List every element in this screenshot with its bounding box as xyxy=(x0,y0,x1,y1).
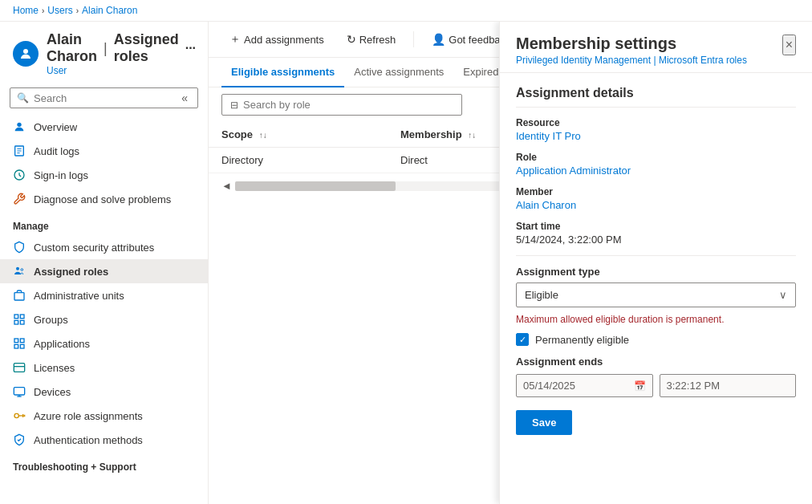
date-picker[interactable]: 05/14/2025 📅 xyxy=(516,374,653,397)
table-search-box[interactable]: ⊟ xyxy=(221,94,462,116)
col-scope[interactable]: Scope ↑↓ xyxy=(209,122,388,148)
sidebar-item-applications[interactable]: Applications xyxy=(0,331,208,356)
plus-icon: ＋ xyxy=(229,32,241,47)
panel-divider xyxy=(516,255,796,256)
save-button[interactable]: Save xyxy=(516,410,572,435)
wrench-icon xyxy=(13,193,26,205)
manage-section-label: Manage xyxy=(0,211,208,235)
key-icon xyxy=(13,409,26,422)
svg-rect-15 xyxy=(14,339,18,343)
sidebar-item-licenses[interactable]: Licenses xyxy=(0,356,208,380)
shield-icon xyxy=(13,241,26,254)
sidebar-item-label: Applications xyxy=(34,338,90,350)
sidebar-item-overview[interactable]: Overview xyxy=(0,115,208,139)
breadcrumb-current[interactable]: Alain Charon xyxy=(82,5,137,16)
toolbar-divider xyxy=(413,31,414,47)
sidebar-item-admin-units[interactable]: Administrative units xyxy=(0,283,208,307)
sort-icon: ↑↓ xyxy=(259,131,267,140)
panel-subtitle: Privileged Identity Management | Microso… xyxy=(516,55,782,66)
sidebar-item-label: Sign-in logs xyxy=(34,169,88,181)
sort-icon: ↑↓ xyxy=(468,131,476,140)
sidebar-item-label: Administrative units xyxy=(34,290,124,302)
sidebar-item-label: Assigned roles xyxy=(34,266,108,278)
sidebar-item-custom-security[interactable]: Custom security attributes xyxy=(0,235,208,259)
role-value: Application Administrator xyxy=(516,165,796,177)
assignment-type-select[interactable]: Eligible ∨ xyxy=(516,282,796,307)
membership-panel: Membership settings Privileged Identity … xyxy=(499,22,812,504)
search-input[interactable] xyxy=(34,92,173,104)
sidebar-item-assigned-roles[interactable]: Assigned roles xyxy=(0,259,208,283)
avatar xyxy=(13,41,39,67)
check-icon: ✓ xyxy=(519,335,526,345)
search-box[interactable]: 🔍 « xyxy=(10,87,198,108)
signin-icon xyxy=(13,169,26,181)
devices-icon xyxy=(13,385,26,398)
sidebar-item-azure-roles[interactable]: Azure role assignments xyxy=(0,404,208,428)
sidebar-item-label: Audit logs xyxy=(34,145,79,157)
sidebar-item-diagnose[interactable]: Diagnose and solve problems xyxy=(0,187,208,211)
svg-rect-9 xyxy=(14,293,24,300)
grid-icon xyxy=(13,313,26,326)
date-row: 05/14/2025 📅 3:22:12 PM xyxy=(516,374,796,397)
date-value: 05/14/2025 xyxy=(523,380,575,392)
collapse-button[interactable]: « xyxy=(178,91,191,104)
svg-rect-18 xyxy=(20,344,24,348)
time-value: 3:22:12 PM xyxy=(667,380,721,392)
building-icon xyxy=(13,289,26,302)
sidebar-item-audit-logs[interactable]: Audit logs xyxy=(0,139,208,163)
svg-point-7 xyxy=(16,267,19,270)
auth-icon xyxy=(13,433,26,446)
scroll-left-arrow[interactable]: ◄ xyxy=(221,180,232,192)
permanently-eligible-row: ✓ Permanently eligible xyxy=(516,333,796,346)
svg-rect-14 xyxy=(20,320,24,324)
panel-close-button[interactable]: × xyxy=(782,35,796,55)
panel-section-title: Assignment details xyxy=(516,86,796,108)
role-search-input[interactable] xyxy=(243,99,388,111)
search-icon: 🔍 xyxy=(17,92,29,104)
add-assignments-button[interactable]: ＋ Add assignments xyxy=(221,28,332,51)
tab-eligible[interactable]: Eligible assignments xyxy=(221,58,344,87)
license-icon xyxy=(13,361,26,374)
detail-role: Role Application Administrator xyxy=(516,152,796,177)
panel-body: Assignment details Resource Identity IT … xyxy=(500,73,812,504)
apps-icon xyxy=(13,337,26,350)
svg-rect-19 xyxy=(14,364,24,372)
svg-rect-21 xyxy=(14,388,24,395)
sidebar-item-sign-in-logs[interactable]: Sign-in logs xyxy=(0,163,208,187)
troubleshooting-section-label: Troubleshooting + Support xyxy=(0,452,208,476)
assignment-type-value: Eligible xyxy=(525,289,558,301)
search-container: 🔍 « xyxy=(0,83,208,115)
svg-point-8 xyxy=(21,269,23,271)
svg-rect-11 xyxy=(14,315,18,319)
tab-active[interactable]: Active assignments xyxy=(344,58,453,87)
sidebar-item-label: Custom security attributes xyxy=(34,242,154,254)
sidebar-item-devices[interactable]: Devices xyxy=(0,380,208,404)
svg-rect-12 xyxy=(20,315,24,319)
breadcrumb-users[interactable]: Users xyxy=(47,5,72,16)
sidebar-item-label: Devices xyxy=(34,386,71,398)
panel-title-group: Membership settings Privileged Identity … xyxy=(516,35,782,66)
panel-title: Membership settings xyxy=(516,35,782,53)
sidebar-header: Alain Charon | Assigned roles ··· User xyxy=(0,22,208,83)
time-picker[interactable]: 3:22:12 PM xyxy=(660,374,797,397)
member-value: Alain Charon xyxy=(516,199,796,211)
svg-point-1 xyxy=(17,123,21,127)
person-icon xyxy=(13,120,26,133)
svg-point-24 xyxy=(14,413,18,417)
panel-header: Membership settings Privileged Identity … xyxy=(500,22,812,73)
filter-icon: ⊟ xyxy=(230,100,238,111)
sidebar-title-group: Alain Charon | Assigned roles ··· User xyxy=(47,31,196,76)
refresh-icon: ↻ xyxy=(347,33,356,46)
breadcrumb-home[interactable]: Home xyxy=(13,5,39,16)
sidebar-item-label: Authentication methods xyxy=(34,434,143,446)
sidebar-item-groups[interactable]: Groups xyxy=(0,307,208,331)
sidebar-nav: Overview Audit logs Sign-in logs xyxy=(0,115,208,504)
more-options-button[interactable]: ··· xyxy=(185,41,196,55)
sidebar-item-label: Azure role assignments xyxy=(34,410,143,422)
sidebar-item-auth-methods[interactable]: Authentication methods xyxy=(0,428,208,452)
refresh-button[interactable]: ↻ Refresh xyxy=(339,29,404,50)
page-title: Alain Charon | Assigned roles ··· xyxy=(47,31,196,65)
assignment-type-label: Assignment type xyxy=(516,266,796,278)
user-type-label: User xyxy=(47,65,196,76)
permanently-eligible-checkbox[interactable]: ✓ xyxy=(516,333,529,346)
